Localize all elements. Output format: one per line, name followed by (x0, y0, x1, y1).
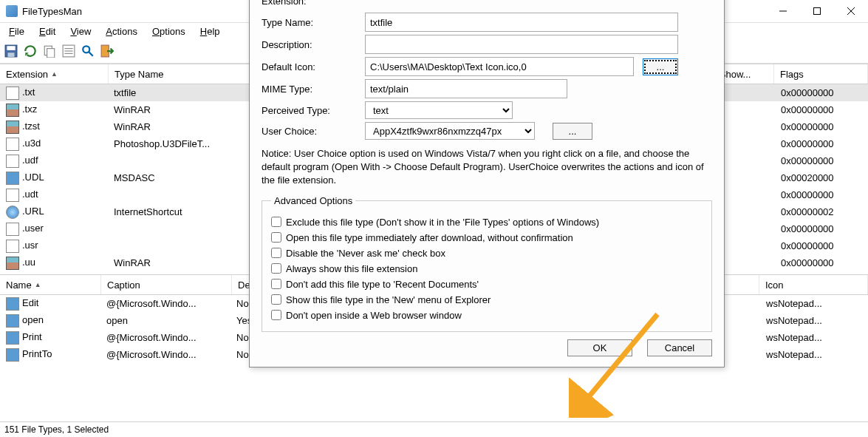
file-icon (6, 155, 19, 168)
cancel-button[interactable]: Cancel (647, 339, 712, 356)
chk-exclude[interactable]: Exclude this file type (Don't show it in… (271, 217, 703, 228)
action-icon (6, 314, 19, 328)
close-button[interactable] (834, 0, 868, 22)
menu-view[interactable]: View (64, 24, 97, 38)
advanced-legend: Advanced Options (271, 195, 355, 206)
chk-no-recent[interactable]: Don't add this file type to 'Recent Docu… (271, 279, 703, 290)
menu-file[interactable]: File (3, 24, 30, 38)
action-icon (6, 348, 19, 362)
defaulticon-input[interactable] (365, 57, 634, 76)
file-icon (6, 223, 19, 236)
col-name[interactable]: Name▲ (0, 275, 101, 294)
exit-icon[interactable] (100, 44, 114, 58)
notice-text: Notice: User Choice option is used on Wi… (262, 147, 712, 188)
mime-label: MIME Type: (262, 84, 365, 95)
file-icon (6, 121, 19, 134)
file-icon (6, 104, 19, 117)
properties-icon[interactable] (62, 44, 75, 58)
typename-input[interactable] (365, 13, 678, 32)
defaulticon-label: Default Icon: (262, 61, 365, 72)
file-icon (6, 189, 19, 202)
chk-disable-neverask[interactable]: Disable the 'Never ask me' check box (271, 248, 703, 259)
description-label: Description: (262, 39, 365, 50)
minimize-button[interactable] (766, 0, 800, 22)
file-icon (6, 87, 19, 100)
save-icon[interactable] (4, 44, 18, 58)
userchoice-label: User Choice: (262, 126, 365, 137)
mime-input[interactable] (365, 79, 567, 98)
file-icon (6, 240, 19, 253)
action-icon (6, 331, 19, 345)
menu-edit[interactable]: Edit (33, 24, 61, 38)
menu-help[interactable]: Help (194, 24, 226, 38)
svg-rect-8 (47, 49, 55, 58)
chk-no-browser[interactable]: Don't open inside a Web browser window (271, 310, 703, 321)
sort-asc-icon: ▲ (51, 70, 58, 78)
copy-icon[interactable] (43, 44, 56, 58)
svg-point-13 (83, 46, 89, 52)
perceived-select[interactable]: text (365, 101, 513, 119)
sort-asc-icon: ▲ (35, 281, 41, 288)
extension-label: Extension: (262, 0, 365, 7)
col-extension[interactable]: Extension▲ (0, 64, 109, 84)
maximize-button[interactable] (800, 0, 834, 22)
find-icon[interactable] (81, 44, 95, 58)
col-caption[interactable]: Caption (101, 275, 232, 294)
edit-dialog: Extension: Type Name: Description: Defau… (249, 0, 725, 367)
action-icon (6, 297, 19, 311)
svg-line-14 (89, 52, 93, 56)
file-icon (6, 257, 19, 270)
file-icon (6, 138, 19, 151)
app-icon (6, 5, 18, 17)
userchoice-select[interactable]: AppX4ztfk9wxr86nxmzzq47px (365, 122, 535, 140)
svg-rect-5 (7, 46, 15, 50)
file-icon (6, 206, 19, 219)
userchoice-browse-button[interactable]: ... (553, 123, 592, 140)
advanced-options: Advanced Options Exclude this file type … (262, 195, 712, 332)
menu-options[interactable]: Options (146, 24, 191, 38)
refresh-icon[interactable] (24, 44, 37, 58)
browse-icon-button[interactable]: ... (643, 58, 678, 75)
chk-always-show[interactable]: Always show this file extension (271, 263, 703, 274)
chk-show-in-new[interactable]: Show this file type in the 'New' menu of… (271, 294, 703, 305)
col-icon[interactable]: Icon (759, 275, 868, 294)
menu-actions[interactable]: Actions (100, 24, 143, 38)
chk-open-immediately[interactable]: Open this file type immediately after do… (271, 232, 703, 243)
typename-label: Type Name: (262, 17, 365, 28)
ok-button[interactable]: OK (567, 339, 632, 356)
col-flags[interactable]: Flags (774, 64, 868, 84)
status-bar: 151 File Types, 1 Selected (0, 421, 868, 437)
description-input[interactable] (365, 35, 678, 54)
file-icon (6, 172, 19, 185)
perceived-label: Perceived Type: (262, 105, 365, 116)
svg-rect-6 (8, 52, 15, 57)
svg-rect-1 (814, 8, 821, 15)
